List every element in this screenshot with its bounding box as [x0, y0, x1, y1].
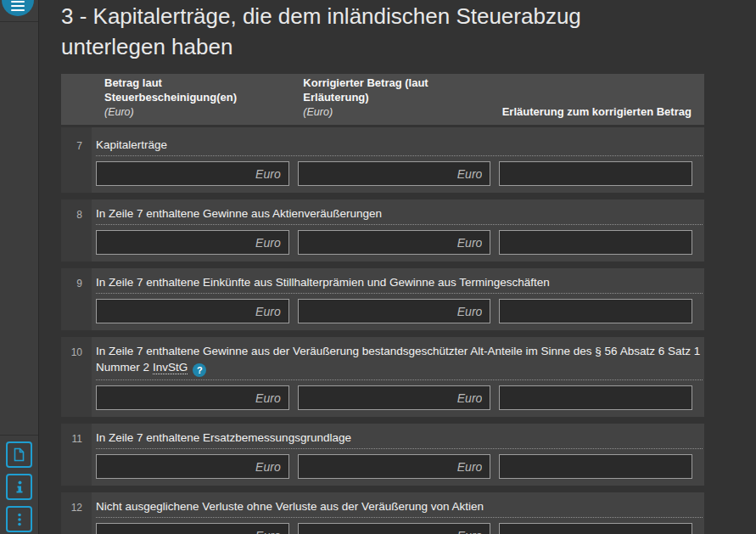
column-header-explanation: Erläuterung zum korrigierten Betrag [502, 78, 692, 119]
table-header: Betrag laut Steuerbescheinigung(en) (Eur… [61, 74, 704, 125]
column-header-corrected-amount: Korrigierter Betrag (laut Erläuterung) (… [303, 78, 493, 119]
certified-amount-input[interactable] [96, 230, 289, 255]
row-inputs [96, 454, 692, 479]
row-label-text: Nicht ausgeglichene Verluste ohne Verlus… [96, 500, 484, 513]
explanation-input[interactable] [499, 454, 692, 479]
app-window: 3 - Kapitalerträge, die dem inländischen… [0, 0, 756, 534]
corrected-amount-input[interactable] [298, 299, 491, 323]
row-inputs [96, 161, 692, 186]
sidebar-divider-top [0, 21, 38, 22]
row-inputs [96, 385, 692, 410]
document-icon [13, 447, 25, 462]
row-content: In Zeile 7 enthaltene Gewinne aus der Ve… [92, 337, 704, 417]
row-content: In Zeile 7 enthaltene Einkünfte aus Stil… [92, 268, 704, 330]
row-label-text: In Zeile 7 enthaltene Gewinne aus Aktien… [96, 207, 382, 220]
info-button[interactable] [6, 474, 32, 500]
corrected-amount-input[interactable] [298, 385, 491, 410]
certified-amount-input[interactable] [96, 299, 289, 323]
corrected-amount-input[interactable] [298, 230, 491, 255]
row-label: In Zeile 7 enthaltene Einkünfte aus Stil… [96, 274, 703, 294]
row-content: In Zeile 7 enthaltene Ersatzbemessungsgr… [92, 424, 704, 486]
row-content: Kapitalerträge [92, 127, 704, 193]
line-number: 8 [61, 200, 92, 261]
row-label: Nicht ausgeglichene Verluste ohne Verlus… [96, 498, 703, 518]
line-number: 12 [61, 492, 92, 534]
form-row: 10 In Zeile 7 enthaltene Gewinne aus der… [61, 337, 704, 417]
column-label: Erläuterung zum korrigierten Betrag [502, 104, 692, 119]
certified-amount-input[interactable] [96, 161, 289, 186]
more-button[interactable] [6, 506, 32, 532]
line-number: 7 [61, 127, 92, 193]
certified-amount-input[interactable] [96, 454, 289, 479]
row-content: In Zeile 7 enthaltene Gewinne aus Aktien… [92, 200, 704, 261]
form-row: 12 Nicht ausgeglichene Verluste ohne Ver… [61, 492, 704, 534]
abbreviation-link[interactable]: InvStG [153, 361, 188, 374]
line-number: 10 [61, 337, 92, 417]
sidebar [0, 0, 39, 534]
menu-button[interactable] [2, 0, 34, 16]
form-row: 8 In Zeile 7 enthaltene Gewinne aus Akti… [61, 200, 704, 261]
form-row: 11 In Zeile 7 enthaltene Ersatzbemessung… [61, 424, 704, 486]
kebab-menu-icon [17, 513, 22, 526]
row-label-text: In Zeile 7 enthaltene Einkünfte aus Stil… [96, 276, 550, 289]
main-content: 3 - Kapitalerträge, die dem inländischen… [39, 0, 756, 534]
form-row: 7 Kapitalerträge [61, 127, 704, 193]
row-label: Kapitalerträge [96, 137, 703, 156]
row-inputs [96, 523, 692, 534]
explanation-input[interactable] [499, 385, 692, 410]
form-rows: 7 Kapitalerträge 8 In Zeile 7 enthalt [61, 127, 704, 534]
column-unit: (Euro) [303, 105, 493, 119]
line-number: 9 [61, 268, 92, 330]
page-title: 3 - Kapitalerträge, die dem inländischen… [39, 0, 647, 62]
explanation-input[interactable] [499, 523, 692, 534]
line-number: 11 [61, 424, 92, 486]
column-unit: (Euro) [104, 105, 294, 119]
row-label-text: Kapitalerträge [96, 138, 167, 151]
column-label: Betrag laut Steuerbescheinigung(en) [104, 76, 294, 104]
sidebar-divider-bottom [0, 435, 38, 436]
column-header-certified-amount: Betrag laut Steuerbescheinigung(en) (Eur… [104, 78, 294, 119]
explanation-input[interactable] [499, 299, 692, 323]
certified-amount-input[interactable] [96, 523, 289, 534]
row-label: In Zeile 7 enthaltene Gewinne aus Aktien… [96, 205, 703, 225]
row-label-text: In Zeile 7 enthaltene Ersatzbemessungsgr… [96, 431, 351, 444]
certified-amount-input[interactable] [96, 385, 289, 410]
sidebar-toolbar [6, 441, 32, 532]
line-number-column-spacer [65, 78, 96, 119]
row-content: Nicht ausgeglichene Verluste ohne Verlus… [92, 492, 704, 534]
form-table: Betrag laut Steuerbescheinigung(en) (Eur… [61, 74, 704, 534]
row-inputs [96, 230, 692, 255]
column-label: Korrigierter Betrag (laut Erläuterung) [303, 76, 493, 104]
row-label: In Zeile 7 enthaltene Ersatzbemessungsgr… [96, 430, 703, 449]
form-row: 9 In Zeile 7 enthaltene Einkünfte aus St… [61, 268, 704, 330]
explanation-input[interactable] [499, 230, 692, 255]
hamburger-icon [11, 1, 25, 11]
corrected-amount-input[interactable] [298, 454, 491, 479]
row-inputs [96, 299, 692, 323]
document-button[interactable] [6, 441, 32, 468]
explanation-input[interactable] [499, 161, 692, 186]
help-icon[interactable]: ? [193, 363, 206, 377]
corrected-amount-input[interactable] [298, 523, 491, 534]
row-label: In Zeile 7 enthaltene Gewinne aus der Ve… [96, 343, 703, 380]
corrected-amount-input[interactable] [298, 161, 491, 186]
info-icon [14, 481, 25, 494]
